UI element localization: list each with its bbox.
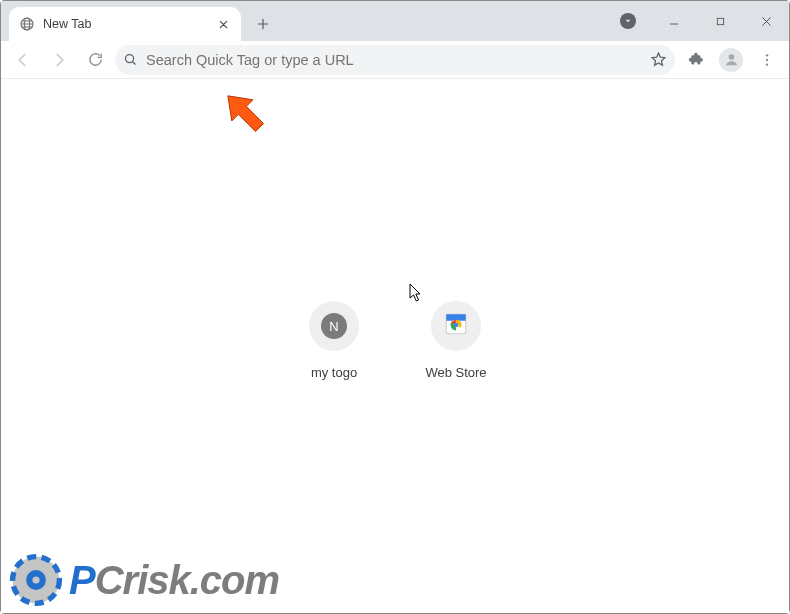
shortcut-web-store[interactable]: Web Store bbox=[415, 301, 497, 380]
forward-button[interactable] bbox=[43, 44, 75, 76]
shortcut-letter-icon: N bbox=[321, 313, 347, 339]
profile-button[interactable] bbox=[715, 44, 747, 76]
avatar-icon bbox=[719, 48, 743, 72]
menu-button[interactable] bbox=[751, 44, 783, 76]
close-tab-button[interactable] bbox=[215, 16, 231, 32]
address-bar[interactable] bbox=[115, 45, 675, 75]
extensions-button[interactable] bbox=[679, 44, 711, 76]
svg-rect-2 bbox=[717, 18, 723, 24]
reload-button[interactable] bbox=[79, 44, 111, 76]
close-window-button[interactable] bbox=[743, 1, 789, 41]
svg-point-11 bbox=[454, 323, 459, 328]
watermark-rest: risk.com bbox=[123, 558, 280, 602]
browser-tab[interactable]: New Tab bbox=[9, 7, 241, 41]
shortcut-tile bbox=[431, 301, 481, 351]
globe-icon bbox=[19, 16, 35, 32]
tab-title: New Tab bbox=[43, 17, 215, 31]
bookmark-star-icon[interactable] bbox=[650, 51, 667, 68]
shortcut-tile: N bbox=[309, 301, 359, 351]
shortcut-label: Web Store bbox=[425, 365, 486, 380]
svg-point-5 bbox=[766, 54, 768, 56]
search-icon bbox=[123, 52, 138, 67]
watermark-disc-icon bbox=[9, 553, 63, 607]
watermark-p: P bbox=[69, 558, 95, 602]
media-control-badge[interactable] bbox=[605, 1, 651, 41]
minimize-button[interactable] bbox=[651, 1, 697, 41]
svg-point-4 bbox=[728, 54, 734, 60]
omnibox-input[interactable] bbox=[146, 52, 642, 68]
watermark-c: C bbox=[95, 558, 123, 602]
window-controls bbox=[605, 1, 789, 41]
caret-down-icon bbox=[620, 13, 636, 29]
toolbar bbox=[1, 41, 789, 79]
shortcut-label: my togo bbox=[311, 365, 357, 380]
watermark-text: PCrisk.com bbox=[69, 558, 279, 603]
maximize-button[interactable] bbox=[697, 1, 743, 41]
back-button[interactable] bbox=[7, 44, 39, 76]
new-tab-page: N my togo bbox=[1, 79, 789, 613]
svg-point-7 bbox=[766, 63, 768, 65]
web-store-icon bbox=[443, 311, 469, 341]
svg-point-3 bbox=[126, 55, 134, 63]
browser-window: New Tab bbox=[0, 0, 790, 614]
watermark: PCrisk.com bbox=[9, 553, 279, 607]
svg-point-6 bbox=[766, 58, 768, 60]
shortcut-my-togo[interactable]: N my togo bbox=[293, 301, 375, 380]
tab-strip: New Tab bbox=[1, 1, 789, 41]
shortcut-row: N my togo bbox=[1, 301, 789, 380]
new-tab-button[interactable] bbox=[249, 10, 277, 38]
svg-point-15 bbox=[32, 576, 39, 583]
